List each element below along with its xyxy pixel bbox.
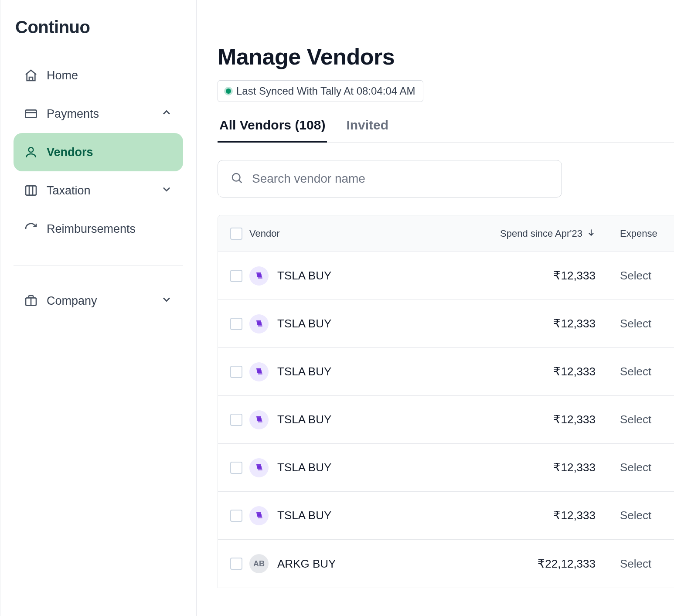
- vendor-avatar: [249, 506, 269, 525]
- chevron-up-icon: [160, 106, 173, 122]
- sidebar-item-payments[interactable]: Payments: [14, 95, 183, 133]
- expense-select[interactable]: Select: [620, 509, 651, 522]
- table-row[interactable]: TSLA BUY₹12,333Select: [218, 492, 674, 540]
- vendor-name: TSLA BUY: [277, 317, 331, 330]
- columns-icon: [24, 184, 38, 197]
- spend-value: ₹12,333: [553, 365, 596, 378]
- table-row[interactable]: ABARKG BUY₹22,12,333Select: [218, 540, 674, 588]
- spend-value: ₹22,12,333: [538, 557, 596, 571]
- table-row[interactable]: TSLA BUY₹12,333Select: [218, 444, 674, 492]
- sidebar: Continuo Home Payments: [0, 0, 197, 616]
- sidebar-item-label: Payments: [47, 107, 99, 121]
- row-checkbox[interactable]: [230, 414, 242, 426]
- vendor-name: TSLA BUY: [277, 413, 331, 426]
- vendor-name: TSLA BUY: [277, 269, 331, 282]
- vendor-name: TSLA BUY: [277, 365, 331, 378]
- chevron-down-icon: [160, 183, 173, 198]
- spend-value: ₹12,333: [553, 461, 596, 474]
- vendor-name: TSLA BUY: [277, 461, 331, 474]
- column-header-vendor[interactable]: Vendor: [249, 228, 280, 239]
- sidebar-item-label: Taxation: [47, 184, 91, 197]
- search-icon: [230, 171, 243, 186]
- vendor-avatar: [249, 314, 269, 334]
- expense-select[interactable]: Select: [620, 461, 651, 474]
- user-icon: [24, 145, 38, 159]
- tab-invited[interactable]: Invited: [344, 118, 390, 143]
- sort-descending-icon: [587, 228, 596, 239]
- vendor-name: ARKG BUY: [277, 557, 336, 571]
- home-icon: [24, 68, 38, 82]
- sidebar-divider: [14, 265, 183, 266]
- table-row[interactable]: TSLA BUY₹12,333Select: [218, 348, 674, 396]
- vendor-avatar: [249, 458, 269, 477]
- table-header-row: Vendor Spend since Apr'23 Expense: [218, 215, 674, 252]
- briefcase-icon: [24, 294, 38, 308]
- svg-line-5: [239, 180, 242, 183]
- card-icon: [24, 107, 38, 121]
- sidebar-item-taxation[interactable]: Taxation: [14, 171, 183, 210]
- column-header-expense[interactable]: Expense: [620, 228, 657, 239]
- sidebar-item-reimbursements[interactable]: Reimbursements: [14, 210, 183, 248]
- brand-logo: Continuo: [14, 17, 183, 48]
- sidebar-item-label: Company: [47, 294, 97, 308]
- svg-rect-0: [25, 110, 36, 117]
- table-row[interactable]: TSLA BUY₹12,333Select: [218, 396, 674, 444]
- expense-select[interactable]: Select: [620, 557, 651, 571]
- sidebar-item-label: Reimbursements: [47, 222, 136, 236]
- sidebar-item-company[interactable]: Company: [14, 282, 183, 320]
- sidebar-item-label: Vendors: [47, 146, 93, 159]
- table-row[interactable]: TSLA BUY₹12,333Select: [218, 252, 674, 300]
- row-checkbox[interactable]: [230, 366, 242, 378]
- svg-point-4: [232, 174, 240, 181]
- search-field[interactable]: [218, 160, 562, 197]
- svg-point-1: [29, 147, 34, 152]
- expense-select[interactable]: Select: [620, 269, 651, 282]
- vendor-avatar: [249, 266, 269, 286]
- vendor-avatar: [249, 410, 269, 429]
- spend-value: ₹12,333: [553, 269, 596, 282]
- row-checkbox[interactable]: [230, 510, 242, 522]
- vendors-table: Vendor Spend since Apr'23 Expense TSLA B…: [218, 215, 674, 588]
- spend-value: ₹12,333: [553, 317, 596, 330]
- sidebar-item-home[interactable]: Home: [14, 56, 183, 95]
- expense-select[interactable]: Select: [620, 317, 651, 330]
- refresh-icon: [24, 222, 38, 236]
- search-input[interactable]: [252, 172, 549, 186]
- spend-value: ₹12,333: [553, 509, 596, 522]
- tabs: All Vendors (108) Invited: [218, 118, 674, 143]
- main-content: Manage Vendors Last Synced With Tally At…: [197, 0, 674, 616]
- row-checkbox[interactable]: [230, 270, 242, 282]
- row-checkbox[interactable]: [230, 462, 242, 474]
- chevron-down-icon: [160, 293, 173, 309]
- expense-select[interactable]: Select: [620, 365, 651, 378]
- page-title: Manage Vendors: [218, 44, 674, 70]
- select-all-checkbox[interactable]: [230, 228, 242, 240]
- sidebar-item-label: Home: [47, 69, 78, 82]
- expense-select[interactable]: Select: [620, 413, 651, 426]
- table-row[interactable]: TSLA BUY₹12,333Select: [218, 300, 674, 348]
- vendor-name: TSLA BUY: [277, 509, 331, 522]
- row-checkbox[interactable]: [230, 558, 242, 570]
- vendor-avatar: AB: [249, 554, 269, 573]
- sync-status-text: Last Synced With Tally At 08:04:04 AM: [236, 85, 415, 97]
- column-header-spend[interactable]: Spend since Apr'23: [500, 228, 582, 239]
- status-dot-icon: [226, 88, 231, 94]
- vendor-avatar: [249, 362, 269, 381]
- spend-value: ₹12,333: [553, 413, 596, 426]
- row-checkbox[interactable]: [230, 318, 242, 330]
- sidebar-item-vendors[interactable]: Vendors: [14, 133, 183, 171]
- sync-status-badge: Last Synced With Tally At 08:04:04 AM: [218, 80, 423, 102]
- svg-rect-2: [26, 186, 36, 195]
- tab-all-vendors[interactable]: All Vendors (108): [218, 118, 327, 143]
